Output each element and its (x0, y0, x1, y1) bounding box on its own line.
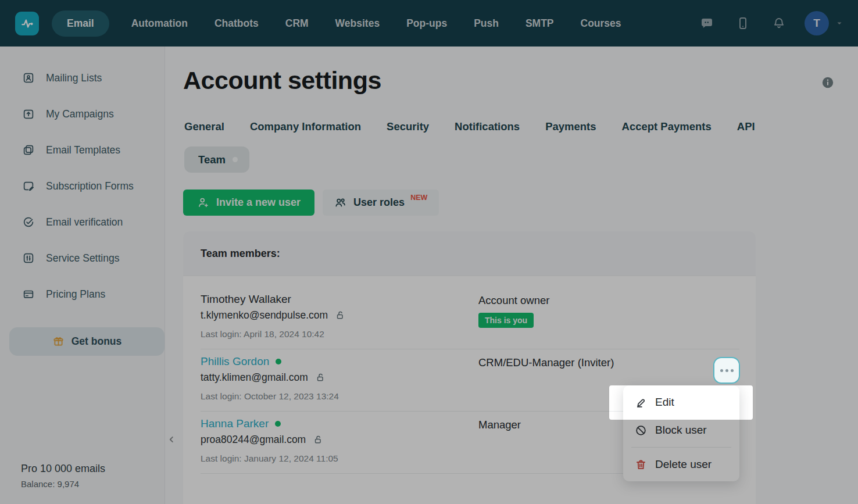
sidebar-item-label: Mailing Lists (46, 72, 102, 84)
chevron-down-icon[interactable] (836, 20, 843, 27)
menu-item-block-user[interactable]: Block user (623, 416, 739, 444)
nav-item-crm[interactable]: CRM (285, 17, 309, 30)
sidebar-item-pricing-plans[interactable]: Pricing Plans (0, 276, 165, 312)
credit-card-icon (22, 288, 35, 301)
trash-icon (635, 459, 647, 471)
lock-open-icon[interactable] (316, 372, 326, 383)
nav-item-push[interactable]: Push (474, 17, 499, 30)
nav-item-chatbots[interactable]: Chatbots (214, 17, 259, 30)
nav-item-smtp[interactable]: SMTP (525, 17, 554, 30)
online-status-dot (276, 359, 281, 364)
chat-bubble-icon[interactable] (700, 16, 714, 30)
sliders-icon (22, 252, 35, 264)
get-bonus-button[interactable]: Get bonus (9, 327, 165, 356)
menu-divider (631, 447, 731, 448)
sidebar-item-mailing-lists[interactable]: Mailing Lists (0, 60, 165, 96)
row-actions-menu-button[interactable] (713, 357, 740, 384)
nav-item-popups[interactable]: Pop-ups (406, 17, 447, 30)
sidebar-item-label: Pricing Plans (46, 288, 105, 301)
block-icon (635, 424, 647, 437)
nav-utilities: T (700, 11, 843, 35)
tab-accept-payments[interactable]: Accept Payments (622, 120, 712, 133)
this-is-you-badge: This is you (478, 313, 534, 328)
campaign-send-icon (22, 108, 35, 120)
member-email: proa80244@gmail.com (201, 434, 306, 446)
member-name: Timothey Wallaker (201, 293, 291, 306)
pencil-icon (635, 396, 647, 409)
mobile-phone-icon[interactable] (736, 16, 750, 30)
member-actions-context-menu: Edit Block user Delete user (623, 385, 739, 481)
layers-icon (22, 144, 35, 156)
get-bonus-label: Get bonus (72, 335, 122, 348)
sendpulse-logo[interactable] (15, 12, 39, 35)
sidebar-item-label: Email Templates (46, 144, 120, 156)
tab-notifications[interactable]: Notifications (455, 120, 520, 133)
member-last-login: Last login: January 12, 2024 11:05 (201, 453, 338, 464)
form-pencil-icon (22, 180, 35, 192)
people-icon (334, 196, 346, 209)
member-name-link[interactable]: Hanna Parker (201, 417, 269, 430)
person-plus-icon (197, 196, 209, 209)
tab-payments[interactable]: Payments (545, 120, 596, 133)
top-navigation-bar: Email Automation Chatbots CRM Websites P… (0, 0, 858, 47)
team-members-heading: Team members: (201, 248, 280, 260)
invite-new-user-label: Invite a new user (216, 196, 301, 209)
member-role: CRM/EDU-Manager (Inviter) (478, 356, 614, 369)
menu-item-label: Edit (655, 396, 674, 409)
sidebar-item-label: Subscription Forms (46, 180, 134, 192)
tab-general[interactable]: General (184, 120, 224, 133)
tab-team-indicator-dot (233, 157, 238, 162)
menu-item-delete-user[interactable]: Delete user (623, 451, 739, 478)
lock-open-icon[interactable] (335, 310, 345, 321)
pulse-icon (20, 16, 35, 31)
sidebar-collapse-chevron-icon[interactable] (166, 434, 177, 445)
plan-name: Pro 10 000 emails (21, 463, 105, 475)
tab-api[interactable]: API (737, 120, 755, 133)
menu-item-label: Block user (655, 424, 707, 437)
tab-team-label: Team (198, 153, 226, 166)
nav-item-courses[interactable]: Courses (581, 17, 621, 30)
tab-company-information[interactable]: Company Information (250, 120, 361, 133)
sidebar-item-label: Email verification (46, 216, 123, 228)
user-avatar[interactable]: T (805, 11, 829, 35)
contact-card-icon (22, 72, 35, 84)
team-member-row: Timothey Wallaker t.klymenko@sendpulse.c… (201, 287, 739, 349)
plan-balance: Balance: 9,974 (21, 479, 79, 489)
team-actions: Invite a new user User roles NEW (183, 190, 439, 216)
member-email: tatty.klimen@gmail.com (201, 371, 308, 384)
sidebar-item-email-verification[interactable]: Email verification (0, 204, 165, 240)
lock-open-icon[interactable] (313, 434, 323, 445)
tab-team[interactable]: Team (184, 146, 249, 173)
member-last-login: Last login: October 12, 2023 13:24 (201, 391, 339, 402)
sidebar-item-email-templates[interactable]: Email Templates (0, 132, 165, 168)
sidebar-item-label: My Campaigns (46, 108, 114, 120)
menu-item-edit[interactable]: Edit (623, 388, 739, 416)
invite-new-user-button[interactable]: Invite a new user (183, 190, 314, 216)
page-title: Account settings (183, 66, 381, 95)
nav-item-automation[interactable]: Automation (131, 17, 188, 30)
main-content: Account settings General Company Informa… (165, 47, 858, 504)
nav-item-websites[interactable]: Websites (335, 17, 380, 30)
new-badge: NEW (410, 194, 427, 202)
member-last-login: Last login: April 18, 2024 10:42 (201, 329, 324, 339)
bell-icon[interactable] (772, 16, 786, 30)
tab-security[interactable]: Security (387, 120, 429, 133)
sidebar-item-service-settings[interactable]: Service Settings (0, 240, 165, 276)
member-role: Manager (478, 419, 521, 431)
ellipsis-icon (720, 369, 723, 372)
sidebar-item-subscription-forms[interactable]: Subscription Forms (0, 168, 165, 204)
member-name-link[interactable]: Phillis Gordon (201, 355, 269, 368)
user-roles-label: User roles (353, 196, 405, 209)
member-email: t.klymenko@sendpulse.com (201, 309, 328, 321)
settings-tabs: General Company Information Security Not… (184, 120, 755, 133)
nav-item-email[interactable]: Email (52, 10, 109, 37)
panel-header: Team members: (183, 231, 756, 276)
sidebar: Mailing Lists My Campaigns Email Templat… (0, 47, 165, 504)
gift-icon (52, 335, 65, 348)
member-role: Account owner (478, 294, 549, 307)
user-roles-button[interactable]: User roles NEW (323, 190, 439, 216)
info-icon[interactable] (821, 76, 834, 89)
sidebar-item-my-campaigns[interactable]: My Campaigns (0, 96, 165, 132)
menu-item-label: Delete user (655, 458, 712, 471)
sidebar-item-label: Service Settings (46, 252, 119, 264)
